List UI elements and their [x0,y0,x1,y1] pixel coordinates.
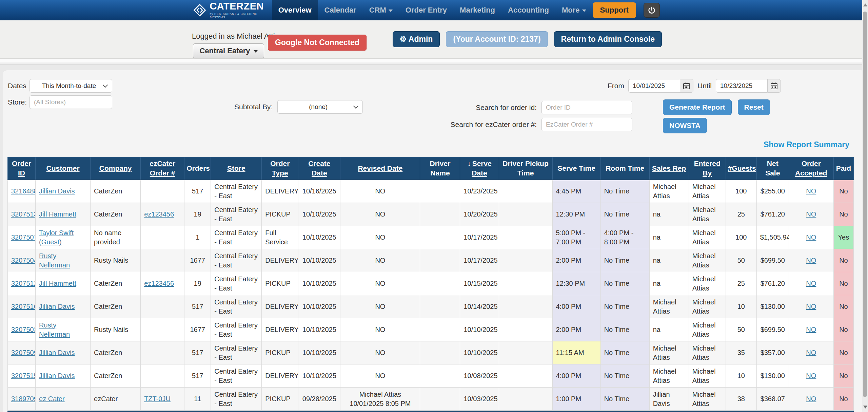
store-input[interactable] [29,95,112,109]
nav-item-crm[interactable]: CRM [363,0,399,20]
cell-guests: 38 [726,388,756,411]
account-id-button[interactable]: (Your Account ID: 2137) [446,31,548,47]
order-id-link[interactable]: 3189709 [11,395,36,402]
customer-link[interactable]: Jillian Davis [39,349,75,356]
table-row: 3207516Jillian DavisCaterZen517Central E… [8,295,854,318]
logout-button[interactable] [644,3,660,18]
customer-link[interactable]: Jillian Davis [39,303,75,310]
order-id-link[interactable]: 3207509 [11,349,36,356]
accepted-link[interactable]: NO [806,303,816,310]
gear-icon: ⚙ [400,35,407,43]
dates-select[interactable]: This Month-to-date [29,79,112,93]
cell-sales-rep: Jillian Davis [649,388,689,411]
order-id-link[interactable]: 3207516 [11,303,36,310]
col-header-accepted[interactable]: Order Accepted [789,157,833,180]
col-header-order-type[interactable]: Order Type [262,157,298,180]
cell-orders: 1677 [184,318,211,341]
cell-sales-rep: Michael Attias [649,295,689,318]
ezcater-link[interactable]: ez123456 [144,210,174,218]
cell-order-type: DELIVERY [262,295,298,318]
cell-customer: Rusty Nellerman [36,249,91,272]
subtotal-select[interactable]: (none) [277,100,363,114]
col-header-store[interactable]: Store [211,157,262,180]
nav-item-more[interactable]: More [555,0,593,20]
customer-link[interactable]: Jill Hammett [39,210,76,218]
col-header-ezcater[interactable]: ezCater Order # [141,157,184,180]
table-row: 3207507Taylor Swift (Guest)No name provi… [8,226,854,249]
col-header-revised[interactable]: Revised Date [340,157,420,180]
col-header-order-id[interactable]: Order ID [8,157,36,180]
scroll-up-arrow-icon[interactable] [863,3,867,6]
accepted-link[interactable]: NO [806,210,816,218]
cell-entered-by: Michael Attias [689,388,726,411]
nav-item-calendar[interactable]: Calendar [318,0,363,20]
order-id-link[interactable]: 3207507 [11,233,36,241]
col-header-guests[interactable]: #Guests [726,157,756,180]
order-id-link[interactable]: 3207513 [11,210,36,218]
col-header-customer[interactable]: Customer [36,157,91,180]
accepted-link[interactable]: NO [806,326,816,333]
customer-link[interactable]: Taylor Swift (Guest) [39,229,74,246]
col-header-create-date[interactable]: Create Date [298,157,340,180]
accepted-link[interactable]: NO [806,187,816,195]
ezcater-search-input[interactable] [541,118,632,131]
customer-link[interactable]: Rusty Nellerman [39,321,70,338]
customer-link[interactable]: Jillian Davis [39,372,75,379]
show-report-summary-link[interactable]: Show Report Summary [764,140,849,149]
generate-report-button[interactable]: Generate Report [663,99,732,115]
accepted-link[interactable]: NO [806,280,816,287]
cell-net-sale: $761.20 [756,203,789,226]
cell-guests: 25 [726,203,756,226]
ezcater-link[interactable]: ez123456 [144,280,174,287]
ezcater-link[interactable]: TZT-0JU [144,395,171,402]
nav-item-overview[interactable]: Overview [272,0,318,20]
vertical-scrollbar[interactable] [862,0,868,412]
order-id-link[interactable]: 3207504 [11,257,36,264]
cell-store: Central Eatery - East [211,272,262,295]
cell-create-date: 10/10/2025 [298,295,340,318]
order-id-link[interactable]: 3207503 [11,326,36,333]
until-date-input[interactable] [716,79,767,93]
customer-link[interactable]: Jillian Davis [39,187,75,195]
cell-driver-name [420,249,460,272]
cell-order-id: 3189709 [8,388,36,411]
accepted-link[interactable]: NO [806,349,816,356]
cell-company: ezCater [91,388,141,411]
cell-serve-time: 1:00 PM [552,388,600,411]
col-header-net-sale: Net Sale [756,157,789,180]
accepted-link[interactable]: NO [806,395,816,402]
cell-order-type: PICKUP [262,341,298,364]
until-calendar-button[interactable] [767,79,781,93]
accepted-link[interactable]: NO [806,372,816,379]
col-header-company[interactable]: Company [91,157,141,180]
support-button[interactable]: Support [593,2,636,18]
nav-item-accounting[interactable]: Accounting [501,0,555,20]
scroll-down-arrow-icon[interactable] [863,406,867,409]
cell-customer: Jillian Davis [36,295,91,318]
col-header-sales-rep[interactable]: Sales Rep [649,157,689,180]
customer-link[interactable]: Jill Hammett [39,280,76,287]
order-id-link[interactable]: 3207512 [11,280,36,287]
order-id-link[interactable]: 3207515 [11,372,36,379]
accepted-link[interactable]: NO [806,233,816,241]
cell-accepted: NO [789,364,833,388]
customer-link[interactable]: Rusty Nellerman [39,252,70,269]
col-header-entered-by[interactable]: Entered By [689,157,726,180]
admin-button[interactable]: ⚙ Admin [393,31,440,47]
order-id-link[interactable]: 3216488 [11,187,36,195]
accepted-link[interactable]: NO [806,257,816,264]
from-date-input[interactable] [628,79,680,93]
caterzen-logo[interactable]: CATERZEN by RESTAURANT & CATERING SYSTEM… [193,0,266,20]
col-header-serve-date[interactable]: ↓Serve Date [460,157,499,180]
store-selector-button[interactable]: Central Eatery [193,43,264,58]
nowsta-button[interactable]: NOWSTA [663,118,707,133]
customer-link[interactable]: ez Cater [39,395,65,402]
scrollbar-thumb[interactable] [863,12,867,397]
nav-item-order-entry[interactable]: Order Entry [399,0,453,20]
nav-item-marketing[interactable]: Marketing [453,0,501,20]
from-calendar-button[interactable] [680,79,693,93]
return-admin-console-button[interactable]: Return to Admin Console [554,31,662,47]
order-id-search-input[interactable] [541,101,632,114]
google-status-button[interactable]: Google Not Connected [268,35,367,51]
reset-button[interactable]: Reset [738,99,770,115]
